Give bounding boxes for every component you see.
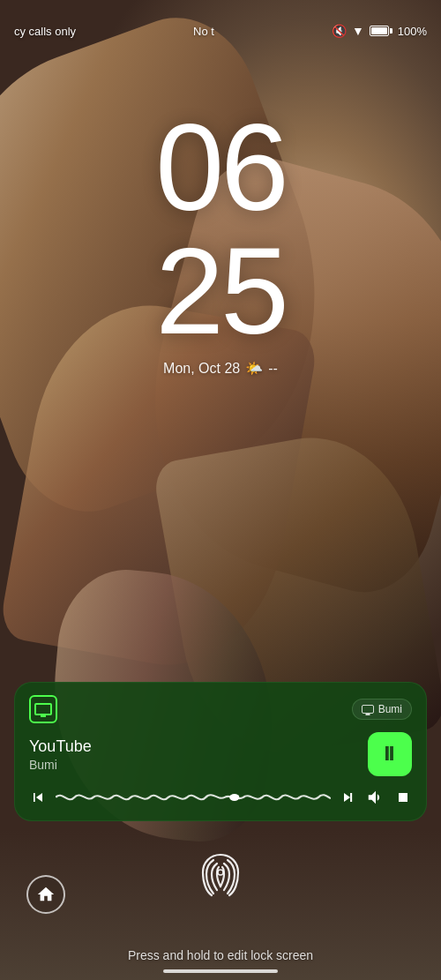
weather-emoji: 🌤️ — [245, 360, 263, 377]
status-left: cy calls only — [14, 25, 76, 38]
notification-text: No t — [193, 25, 214, 38]
fingerprint-icon[interactable] — [194, 848, 247, 901]
svg-point-1 — [218, 870, 223, 875]
media-content: YouTube Bumi ⏸ — [29, 732, 412, 776]
battery-tip — [390, 28, 392, 34]
home-button[interactable] — [26, 875, 65, 914]
media-widget: Bumi YouTube Bumi ⏸ — [14, 682, 427, 821]
status-center: No t — [193, 25, 214, 38]
bottom-bar: Press and hold to edit lock screen — [0, 830, 441, 980]
pause-icon: ⏸ — [379, 743, 400, 766]
next-button[interactable] — [340, 789, 357, 806]
media-info: YouTube Bumi — [29, 737, 368, 772]
battery-percent: 100% — [398, 25, 427, 38]
stop-button[interactable] — [394, 789, 412, 806]
wifi-icon: ▼ — [352, 24, 364, 38]
home-indicator — [163, 969, 278, 973]
clock-time: 06 25 — [155, 106, 286, 353]
battery-indicator — [370, 26, 392, 36]
calls-only-text: cy calls only — [14, 25, 76, 38]
media-track-name: Bumi — [29, 758, 368, 772]
weather-info: -- — [268, 361, 278, 377]
clock-container: 06 25 Mon, Oct 28 🌤️ -- — [0, 106, 441, 377]
edit-lock-screen-text: Press and hold to edit lock screen — [0, 948, 441, 962]
date-text: Mon, Oct 28 — [163, 361, 240, 377]
device-label: Bumi — [378, 703, 402, 715]
pause-button[interactable]: ⏸ — [368, 732, 412, 776]
media-controls-row — [29, 787, 412, 808]
clock-hour: 06 — [155, 98, 286, 236]
status-right: 🔇 ▼ 100% — [332, 24, 427, 38]
waveform-svg — [56, 787, 331, 808]
battery-body — [370, 26, 389, 36]
mute-icon: 🔇 — [332, 24, 347, 38]
previous-button[interactable] — [29, 789, 47, 806]
media-widget-header: Bumi — [29, 695, 412, 723]
screen-icon — [34, 703, 52, 715]
svg-point-0 — [229, 794, 239, 801]
volume-button[interactable] — [366, 788, 385, 807]
clock-date: Mon, Oct 28 🌤️ -- — [163, 360, 278, 377]
waveform-display[interactable] — [56, 787, 331, 808]
device-badge: Bumi — [352, 699, 412, 720]
media-app-icon — [29, 695, 57, 723]
status-bar: cy calls only No t 🔇 ▼ 100% — [0, 0, 441, 51]
fingerprint-area[interactable] — [194, 848, 247, 901]
device-screen-icon — [362, 705, 374, 714]
media-app-name: YouTube — [29, 737, 368, 756]
clock-minute: 25 — [155, 221, 286, 360]
battery-fill — [371, 27, 387, 34]
